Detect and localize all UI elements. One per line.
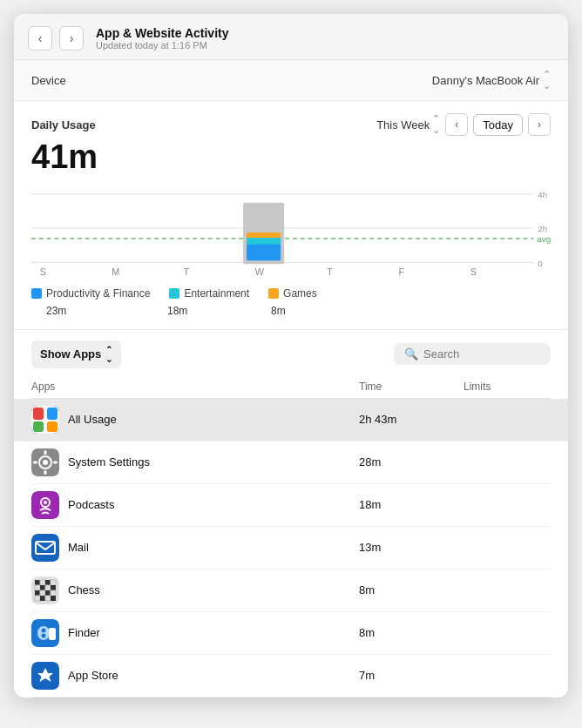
next-week-button[interactable]: › [528, 113, 551, 136]
svg-rect-51 [45, 596, 51, 601]
daily-usage-label: Daily Usage [31, 118, 96, 131]
title-bar: ‹ › App & Website Activity Updated today… [14, 14, 568, 60]
usage-section: Daily Usage This Week ⌃⌄ ‹ Today › 41m 4… [14, 101, 568, 329]
svg-rect-21 [47, 408, 58, 420]
forward-button[interactable]: › [59, 26, 84, 51]
legend-times: 23m 18m 8m [31, 305, 551, 317]
svg-rect-18 [247, 233, 281, 238]
col-apps-header: Apps [31, 381, 359, 393]
main-window: ‹ › App & Website Activity Updated today… [14, 14, 568, 698]
device-section: Device Danny's MacBook Air ⌃⌄ [14, 60, 568, 101]
svg-rect-17 [247, 237, 281, 245]
svg-rect-31 [31, 491, 59, 519]
search-box[interactable]: 🔍 [394, 343, 551, 365]
nav-buttons: ‹ › [28, 26, 84, 51]
svg-text:F: F [399, 266, 405, 277]
svg-rect-41 [35, 585, 40, 590]
table-row[interactable]: Podcasts 18m [31, 484, 551, 527]
entertainment-label: Entertainment [184, 287, 249, 300]
app-time: 28m [359, 455, 464, 468]
svg-rect-29 [33, 461, 37, 463]
svg-text:0: 0 [538, 259, 543, 268]
finder-icon [31, 619, 59, 647]
window-title: App & Website Activity [96, 26, 554, 40]
app-name: Mail [68, 541, 89, 554]
svg-rect-23 [47, 421, 58, 432]
search-icon: 🔍 [404, 347, 418, 361]
app-time: 7m [359, 669, 464, 682]
back-button[interactable]: ‹ [28, 26, 52, 51]
app-info: Mail [31, 534, 359, 562]
table-row[interactable]: App Store 7m [31, 655, 551, 698]
appstore-icon [31, 662, 59, 690]
app-time: 8m [359, 583, 464, 597]
prev-week-button[interactable]: ‹ [445, 113, 468, 136]
usage-time-value: 41m [31, 139, 551, 176]
svg-rect-48 [51, 590, 56, 596]
show-apps-button[interactable]: Show Apps ⌃⌄ [31, 340, 121, 368]
legend-productivity: Productivity & Finance [31, 287, 150, 300]
app-time: 13m [359, 541, 464, 554]
apps-toolbar: Show Apps ⌃⌄ 🔍 [31, 340, 551, 368]
entertainment-time: 18m [167, 305, 237, 317]
svg-rect-39 [45, 580, 51, 585]
week-label: This Week [376, 118, 430, 131]
legend-entertainment: Entertainment [169, 287, 249, 300]
app-info: System Settings [31, 448, 359, 476]
svg-rect-52 [51, 596, 56, 601]
device-name: Danny's MacBook Air [432, 74, 539, 87]
games-time: 8m [271, 305, 286, 317]
svg-rect-46 [40, 590, 45, 596]
table-row[interactable]: System Settings 28m [31, 442, 551, 484]
table-header: Apps Time Limits [31, 377, 551, 399]
games-dot [268, 288, 279, 299]
entertainment-dot [169, 288, 179, 299]
svg-text:W: W [255, 266, 265, 277]
productivity-time: 23m [46, 305, 133, 317]
podcasts-icon [31, 491, 59, 519]
app-info: All Usage [31, 406, 359, 434]
svg-text:T: T [327, 266, 333, 277]
svg-rect-30 [53, 461, 58, 463]
apps-section: Show Apps ⌃⌄ 🔍 Apps Time Limits All Usag… [14, 329, 568, 698]
svg-rect-42 [40, 585, 45, 590]
device-selector[interactable]: Danny's MacBook Air ⌃⌄ [432, 69, 551, 91]
app-name: Chess [68, 583, 100, 597]
svg-rect-40 [51, 580, 56, 585]
svg-point-56 [42, 628, 46, 632]
svg-rect-49 [35, 596, 40, 601]
mail-icon [31, 534, 59, 562]
svg-rect-44 [51, 585, 56, 590]
app-time: 18m [359, 498, 464, 511]
table-row[interactable]: Finder 8m [31, 612, 551, 655]
chess-icon [31, 576, 59, 604]
week-selector[interactable]: This Week ⌃⌄ [376, 113, 440, 136]
device-label: Device [31, 74, 66, 87]
svg-point-26 [43, 460, 48, 465]
table-row[interactable]: All Usage 2h 43m [14, 399, 568, 442]
svg-rect-20 [33, 408, 44, 420]
today-button[interactable]: Today [473, 114, 523, 136]
svg-point-33 [44, 501, 47, 504]
svg-text:avg: avg [537, 234, 551, 244]
svg-text:M: M [112, 266, 119, 277]
productivity-dot [31, 288, 42, 299]
svg-text:S: S [470, 266, 477, 277]
table-row[interactable]: Mail 13m [31, 527, 551, 570]
svg-text:4h: 4h [538, 190, 547, 199]
svg-point-54 [37, 626, 50, 640]
svg-rect-37 [35, 580, 40, 585]
app-name: Finder [68, 626, 100, 639]
all-usage-icon [31, 406, 59, 434]
search-input[interactable] [423, 347, 540, 361]
system-settings-icon [31, 448, 59, 476]
col-time-header: Time [359, 381, 464, 393]
svg-text:2h: 2h [538, 224, 547, 233]
app-info: App Store [31, 662, 359, 690]
show-apps-label: Show Apps [40, 347, 101, 361]
svg-rect-27 [44, 450, 47, 455]
app-name: All Usage [68, 413, 117, 426]
productivity-label: Productivity & Finance [46, 287, 150, 300]
title-info: App & Website Activity Updated today at … [96, 26, 554, 51]
table-row[interactable]: Chess 8m [31, 570, 551, 612]
